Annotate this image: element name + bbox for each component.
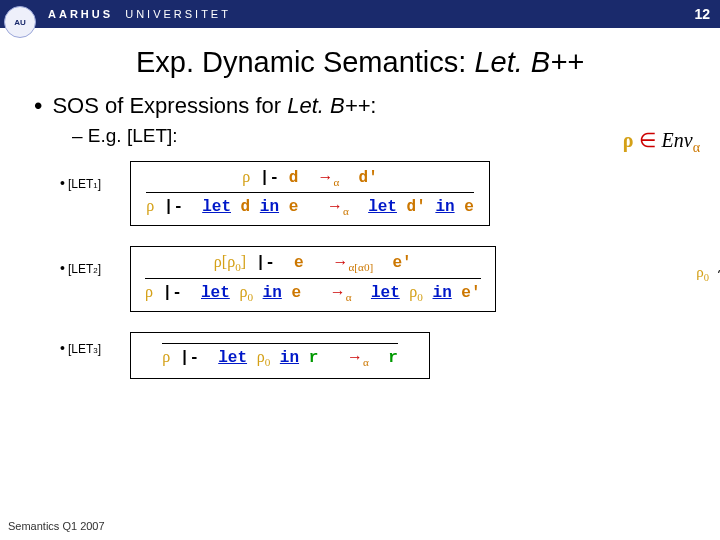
rule-let1: •[LET1] ρ |- d →α d' ρ |- let d in e →α …	[70, 161, 720, 226]
rule-let3-label: •[LET3]	[60, 340, 101, 356]
rule-let1-label: •[LET1]	[60, 175, 101, 191]
rule-let1-premise: ρ |- d →α d'	[242, 168, 377, 192]
rules-section: •[LET1] ρ |- d →α d' ρ |- let d in e →α …	[0, 161, 720, 379]
rule-let1-conclusion: ρ |- let d in e →α let d' in e	[146, 192, 474, 217]
rule-let2-conclusion: ρ |- let ρ0 in e →α let ρ0 in e'	[145, 278, 481, 303]
rule-let3-conclusion: ρ |- let ρ0 in r →α r	[162, 343, 398, 368]
seal-icon: AU	[4, 6, 36, 38]
footer-text: Semantics Q1 2007	[8, 520, 105, 532]
content-area: • SOS of Expressions for Let. B++: – E.g…	[0, 79, 720, 147]
rule-let1-box: ρ |- d →α d' ρ |- let d in e →α let d' i…	[130, 161, 490, 226]
university-name: AARHUS UNIVERSITET	[42, 8, 231, 20]
rule-let3: •[LET3] ρ |- let ρ0 in r →α r	[70, 332, 720, 379]
bullet-sos: • SOS of Expressions for Let. B++:	[34, 93, 690, 119]
bullet-dot-icon: •	[34, 93, 52, 119]
bullet-eg: – E.g. [LET]:	[34, 125, 690, 147]
header-bar: AU AARHUS UNIVERSITET 12	[0, 0, 720, 28]
page-number: 12	[694, 6, 720, 22]
rule-let2-premise: ρ[ρ0] |- e →α[α0] e'	[214, 253, 412, 277]
rule-let2-box: ρ[ρ0] |- e →α[α0] e' ρ |- let ρ0 in e →α…	[130, 246, 496, 311]
slide-title: Exp. Dynamic Semantics: Let. B++	[0, 46, 720, 79]
university-logo: AU AARHUS UNIVERSITET	[0, 0, 231, 30]
rule-let2-side: ρ0 ~ α0	[696, 264, 720, 283]
env-membership: ρ ∈ Envα	[623, 128, 700, 156]
rule-let2: •[LET2] ρ[ρ0] |- e →α[α0] e' ρ |- let ρ0…	[70, 246, 720, 311]
rule-let3-box: ρ |- let ρ0 in r →α r	[130, 332, 430, 379]
rule-let2-label: •[LET2]	[60, 260, 101, 276]
